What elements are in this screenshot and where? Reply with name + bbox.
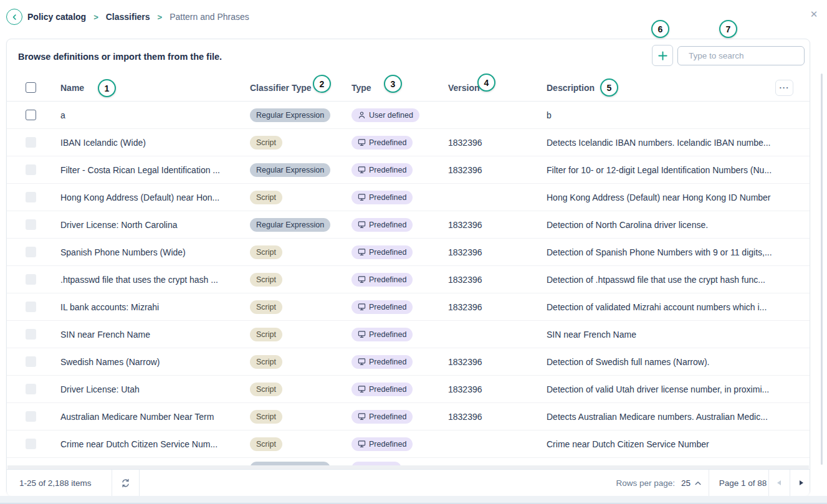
monitor-icon <box>358 138 366 146</box>
type-badge-label: Predefined <box>369 138 406 147</box>
classifier-type-badge: Script <box>250 300 282 314</box>
monitor-icon <box>358 412 366 421</box>
column-header-description[interactable]: Description <box>547 83 775 93</box>
classifier-type-badge: Script <box>250 328 282 341</box>
definition-version: 1832396 <box>448 302 547 312</box>
table-row[interactable]: Spanish Phone Numbers (Wide) Script Pred… <box>7 239 810 266</box>
refresh-button[interactable] <box>117 474 134 492</box>
monitor-icon <box>358 330 366 338</box>
type-cell: Predefined <box>351 410 448 424</box>
definition-name: Hong Kong Address (Default) near Hon... <box>60 193 250 202</box>
triangle-right-icon <box>799 480 804 486</box>
definition-name: IL bank accounts: Mizrahi <box>60 302 250 312</box>
classifier-type-cell: Script <box>250 191 351 204</box>
definition-name: Crime near Dutch Citizen Service Num... <box>60 439 250 449</box>
vertical-scrollbar[interactable] <box>821 74 823 465</box>
rows-per-page-select[interactable]: 25 <box>681 478 701 488</box>
breadcrumb-current-page: Pattern and Phrases <box>170 12 249 22</box>
definition-version: 1832396 <box>448 165 547 175</box>
table-row[interactable]: Swedish Names (Narrow) Script Predefined… <box>7 348 810 376</box>
definition-name: Swedish Names (Narrow) <box>60 357 250 367</box>
table-row[interactable]: SIN near French Name Script Predefined S… <box>7 321 810 348</box>
annotation-badge-4: 4 <box>477 74 495 92</box>
column-header-name[interactable]: Name <box>60 83 250 93</box>
classifier-type-cell: Script <box>250 328 351 341</box>
classifier-type-badge: Script <box>250 355 282 369</box>
classifier-type-cell: Regular Expression <box>250 108 351 122</box>
search-input[interactable] <box>689 51 799 60</box>
table-row[interactable]: Filter - Costa Rican Legal Identificatio… <box>7 156 810 184</box>
column-header-version[interactable]: Version <box>448 83 547 93</box>
refresh-icon <box>121 478 130 488</box>
definition-version: 1832396 <box>448 220 547 230</box>
breadcrumb-classifiers[interactable]: Classifiers <box>106 12 150 22</box>
table-row[interactable]: Hong Kong Address (Default) near Hon... … <box>7 184 810 211</box>
table-row[interactable]: Driver License: Utah Script Predefined 1… <box>7 376 810 403</box>
monitor-icon <box>358 358 366 366</box>
previous-page-button[interactable] <box>768 470 790 496</box>
classifier-type-badge: Regular Expression <box>250 218 330 232</box>
add-definition-button[interactable] <box>652 45 673 66</box>
classifier-type-cell: Script <box>250 410 351 424</box>
select-all-checkbox[interactable] <box>26 82 36 93</box>
classifier-type-badge: Script <box>250 191 282 204</box>
type-badge-label: Predefined <box>369 412 406 421</box>
classifier-type-badge: Regular Expression <box>250 108 330 122</box>
row-checkbox <box>26 219 36 230</box>
predefined-badge: Predefined <box>351 437 413 451</box>
column-settings-button[interactable]: ··· <box>775 80 793 96</box>
table-row[interactable]: a Regular Expression User defined b <box>7 102 810 129</box>
classifier-type-badge: Script <box>250 273 282 287</box>
partial-next-row: Regular Expression Predefined <box>7 458 810 465</box>
definition-version: 1832396 <box>448 412 547 422</box>
row-checkbox[interactable] <box>26 110 36 120</box>
type-cell: Predefined <box>351 163 448 177</box>
table-row[interactable]: Australian Medicare Number Near Term Scr… <box>7 403 810 430</box>
definition-description: Detection of valid Utah driver license n… <box>547 384 775 394</box>
back-button[interactable] <box>6 9 22 25</box>
table-row[interactable]: IBAN Icelandic (Wide) Script Predefined … <box>7 129 810 156</box>
definition-version: 1832396 <box>448 384 547 394</box>
classifier-type-cell: Regular Expression <box>250 163 351 177</box>
type-badge-label: Predefined <box>369 440 406 449</box>
definition-version: 1832396 <box>448 138 547 148</box>
row-checkbox <box>26 329 36 340</box>
monitor-icon <box>358 275 366 283</box>
type-badge-label: Predefined <box>369 248 406 257</box>
table-footer: 1-25 of 2,188 items Rows per page: 25 Pa… <box>7 469 810 496</box>
breadcrumb-policy-catalog[interactable]: Policy catalog <box>27 12 86 22</box>
definition-version: 1832396 <box>448 357 547 367</box>
next-page-button[interactable] <box>791 470 812 496</box>
person-icon <box>358 111 366 119</box>
type-cell: Predefined <box>351 273 448 287</box>
row-checkbox <box>26 439 36 449</box>
type-cell: User defined <box>351 108 448 122</box>
definition-name: Spanish Phone Numbers (Wide) <box>60 247 250 257</box>
row-checkbox <box>26 247 36 257</box>
predefined-badge: Predefined <box>351 410 413 424</box>
row-checkbox <box>26 164 36 175</box>
table-row[interactable]: Crime near Dutch Citizen Service Num... … <box>7 430 810 458</box>
type-cell: Predefined <box>351 218 448 232</box>
row-checkbox <box>26 356 36 367</box>
classifier-type-cell: Script <box>250 383 351 396</box>
type-badge-label: Predefined <box>369 303 406 311</box>
page-indicator: Page 1 of 88 <box>719 470 767 496</box>
row-checkbox <box>26 192 36 202</box>
table-row[interactable]: Driver License: North Carolina Regular E… <box>7 211 810 239</box>
annotation-badge-6: 6 <box>651 20 669 38</box>
type-cell: Predefined <box>351 245 448 259</box>
rows-per-page-control: Rows per page: 25 <box>616 470 701 496</box>
table-row[interactable]: IL bank accounts: Mizrahi Script Predefi… <box>7 293 810 321</box>
definition-description: b <box>547 110 775 120</box>
predefined-badge: Predefined <box>351 355 413 369</box>
table-row[interactable]: .htpasswd file that uses the crypt hash … <box>7 266 810 293</box>
type-cell: Predefined <box>351 328 448 341</box>
classifier-type-badge: Script <box>250 383 282 396</box>
definition-name: a <box>60 110 250 120</box>
type-cell: Predefined <box>351 191 448 204</box>
search-box[interactable] <box>677 46 805 65</box>
close-icon[interactable]: ✕ <box>808 9 820 20</box>
column-header-classifier-type[interactable]: Classifier Type <box>250 83 351 93</box>
classifier-type-cell: Script <box>250 273 351 287</box>
